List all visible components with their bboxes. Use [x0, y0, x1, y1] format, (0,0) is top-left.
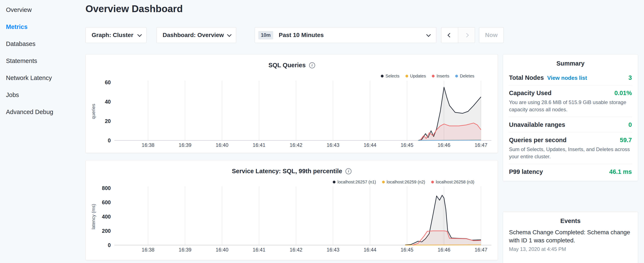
time-range-next-button[interactable] — [458, 27, 475, 43]
info-icon[interactable]: i — [309, 62, 315, 68]
sidebar-item-network-latency[interactable]: Network Latency — [0, 69, 85, 86]
summary-label: Capacity Used — [509, 90, 552, 97]
svg-text:0: 0 — [108, 137, 111, 143]
svg-text:400: 400 — [102, 214, 111, 220]
chevron-down-icon — [227, 32, 232, 37]
svg-text:60: 60 — [105, 79, 111, 85]
time-range-previous-button[interactable] — [441, 27, 458, 43]
svg-text:16:41: 16:41 — [252, 142, 265, 148]
svg-text:latency (ms): latency (ms) — [91, 204, 96, 229]
summary-description: Sum of Selects, Updates, Inserts, and De… — [509, 146, 632, 160]
svg-text:16:40: 16:40 — [216, 247, 228, 252]
chevron-left-icon — [447, 33, 452, 37]
legend-dot-icon — [406, 75, 408, 78]
legend-dot-icon — [333, 181, 336, 183]
summary-label: P99 latency — [509, 168, 543, 175]
sidebar-item-databases[interactable]: Databases — [0, 35, 85, 52]
svg-text:0: 0 — [108, 242, 111, 248]
svg-text:16:42: 16:42 — [290, 247, 302, 252]
svg-text:16:46: 16:46 — [438, 247, 450, 252]
svg-text:16:47: 16:47 — [474, 247, 487, 252]
time-range-badge: 10m — [258, 31, 273, 39]
view-nodes-list-link[interactable]: View nodes list — [547, 75, 587, 81]
legend-item: localhost:26259 (n2) — [382, 180, 425, 184]
chart-title: Service Latency: SQL, 99th percentile — [232, 168, 342, 175]
service-latency-chart-panel: 16:3816:3916:4016:4116:4216:4316:4416:45… — [86, 160, 498, 260]
legend-item: localhost:26257 (n1) — [333, 180, 376, 184]
sidebar-item-advanced-debug[interactable]: Advanced Debug — [0, 103, 85, 120]
time-range-label: Past 10 Minutes — [279, 32, 324, 39]
svg-text:16:39: 16:39 — [178, 142, 191, 148]
chart-title: SQL Queries — [268, 62, 306, 69]
time-range-picker[interactable]: 10m Past 10 Minutes — [255, 27, 436, 43]
legend-label: localhost:26257 (n1) — [338, 180, 376, 184]
summary-row-total-nodes: Total Nodes View nodes list 3 — [508, 70, 632, 85]
summary-row-p99-latency: P99 latency 46.1 ms — [508, 164, 632, 179]
legend-item: Deletes — [455, 74, 474, 79]
svg-text:20: 20 — [105, 118, 111, 124]
summary-value: 3 — [628, 74, 632, 81]
svg-text:16:45: 16:45 — [400, 142, 413, 148]
svg-text:16:38: 16:38 — [142, 142, 154, 148]
legend-label: Updates — [410, 74, 426, 79]
legend-dot-icon — [431, 181, 434, 183]
event-timestamp: May 13, 2020 at 4:45 PM — [509, 246, 632, 252]
summary-value: 0 — [628, 121, 632, 128]
svg-text:16:46: 16:46 — [438, 142, 450, 148]
event-list-item[interactable]: Schema Change Completed: Schema change w… — [508, 227, 632, 256]
chart-header: SQL Queries i — [86, 62, 498, 69]
svg-text:16:41: 16:41 — [252, 247, 265, 252]
legend-item: Updates — [406, 74, 426, 79]
dashboard-dropdown[interactable]: Dashboard: Overview — [156, 27, 236, 43]
svg-text:16:43: 16:43 — [326, 247, 339, 252]
summary-label: Unavailable ranges — [509, 121, 565, 128]
legend-dot-icon — [432, 75, 434, 78]
svg-text:800: 800 — [102, 185, 111, 191]
dashboard-dropdown-label: Dashboard: Overview — [163, 32, 224, 39]
legend-label: localhost:26259 (n2) — [387, 180, 425, 184]
service-latency-chart-canvas[interactable]: 16:3816:3916:4016:4116:4216:4316:4416:45… — [86, 160, 498, 260]
summary-value: 46.1 ms — [609, 168, 632, 175]
svg-text:40: 40 — [105, 99, 111, 105]
legend-dot-icon — [382, 181, 385, 183]
legend-label: Selects — [386, 74, 400, 79]
svg-text:16:39: 16:39 — [178, 247, 191, 252]
chart-header: Service Latency: SQL, 99th percentile i — [86, 168, 498, 175]
chevron-right-icon — [464, 33, 468, 37]
chevron-down-icon — [426, 32, 431, 37]
chart-legend: SelectsUpdatesInsertsDeletes — [381, 74, 474, 79]
sidebar-item-jobs[interactable]: Jobs — [0, 86, 85, 103]
svg-text:16:45: 16:45 — [400, 247, 413, 252]
svg-text:16:38: 16:38 — [142, 247, 154, 252]
legend-item: Inserts — [432, 74, 449, 79]
events-title: Events — [508, 212, 632, 227]
summary-label: Total Nodes — [509, 74, 544, 81]
svg-text:16:43: 16:43 — [326, 142, 339, 148]
summary-description: You are using 28.6 MiB of 515.9 GiB usab… — [509, 99, 632, 113]
legend-label: localhost:26258 (n3) — [436, 180, 474, 184]
sql-queries-chart-canvas[interactable]: 16:3816:3916:4016:4116:4216:4316:4416:45… — [86, 55, 498, 153]
legend-dot-icon — [455, 75, 458, 78]
svg-text:16:42: 16:42 — [290, 142, 302, 148]
summary-row-queries-per-second: Queries per second 59.7 Sum of Selects, … — [508, 132, 632, 164]
svg-text:16:44: 16:44 — [364, 142, 376, 148]
summary-row-capacity-used: Capacity Used 0.01% You are using 28.6 M… — [508, 85, 632, 117]
page-title: Overview Dashboard — [86, 3, 183, 15]
sidebar-item-metrics[interactable]: Metrics — [0, 18, 85, 35]
info-icon[interactable]: i — [346, 168, 352, 174]
sidebar-item-overview[interactable]: Overview — [0, 1, 85, 18]
event-text: Schema Change Completed: Schema change w… — [509, 228, 632, 244]
sidebar-item-statements[interactable]: Statements — [0, 52, 85, 69]
sql-queries-chart-panel: 16:3816:3916:4016:4116:4216:4316:4416:45… — [86, 54, 498, 153]
now-button[interactable]: Now — [479, 27, 504, 43]
summary-card: Summary Total Nodes View nodes list 3 Ca… — [503, 54, 638, 181]
svg-text:16:47: 16:47 — [474, 142, 487, 148]
svg-text:600: 600 — [102, 199, 111, 205]
graph-scope-dropdown[interactable]: Graph: Cluster — [86, 27, 146, 43]
summary-title: Summary — [508, 55, 632, 70]
legend-item: Selects — [381, 74, 400, 79]
summary-row-unavailable-ranges: Unavailable ranges 0 — [508, 117, 632, 132]
summary-value: 59.7 — [620, 137, 632, 144]
legend-label: Inserts — [436, 74, 449, 79]
app-window: Overview Metrics Databases Statements Ne… — [0, 0, 644, 263]
